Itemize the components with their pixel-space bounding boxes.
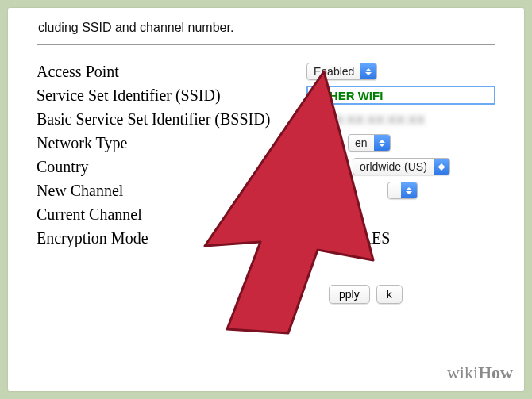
divider: [37, 44, 495, 45]
label-network-type: Network Type: [37, 134, 306, 152]
country-value: orldwide (US): [353, 160, 434, 173]
watermark: wikiHow: [447, 363, 513, 383]
secondary-button[interactable]: k: [376, 285, 403, 304]
updown-icon: [374, 135, 390, 151]
new-channel-select[interactable]: [387, 182, 418, 199]
label-encryption-mode: Encryption Mode: [37, 229, 306, 247]
updown-icon: [401, 182, 417, 198]
bssid-value: XX:XX:XX:XX:XX:XX: [306, 113, 425, 126]
country-select[interactable]: orldwide (US): [353, 158, 450, 175]
apply-button[interactable]: pply: [329, 285, 370, 304]
updown-icon: [434, 159, 449, 175]
label-current-channel: Current Channel: [37, 205, 306, 224]
label-new-channel: New Channel: [37, 182, 306, 200]
label-country: Country: [37, 158, 306, 176]
encryption-mode-value: KIP+AES: [326, 229, 390, 247]
network-type-select[interactable]: en: [348, 134, 391, 152]
access-point-value: Enabled: [307, 65, 360, 78]
label-access-point: Access Point: [37, 63, 306, 81]
ssid-input[interactable]: [306, 86, 495, 105]
network-type-value: en: [349, 136, 374, 149]
updown-icon: [360, 63, 376, 79]
label-ssid: Service Set Identifier (SSID): [37, 86, 306, 105]
label-bssid: Basic Service Set Identifier (BSSID): [37, 110, 306, 129]
access-point-select[interactable]: Enabled: [306, 63, 377, 80]
header-fragment: cluding SSID and channel number.: [37, 8, 495, 44]
